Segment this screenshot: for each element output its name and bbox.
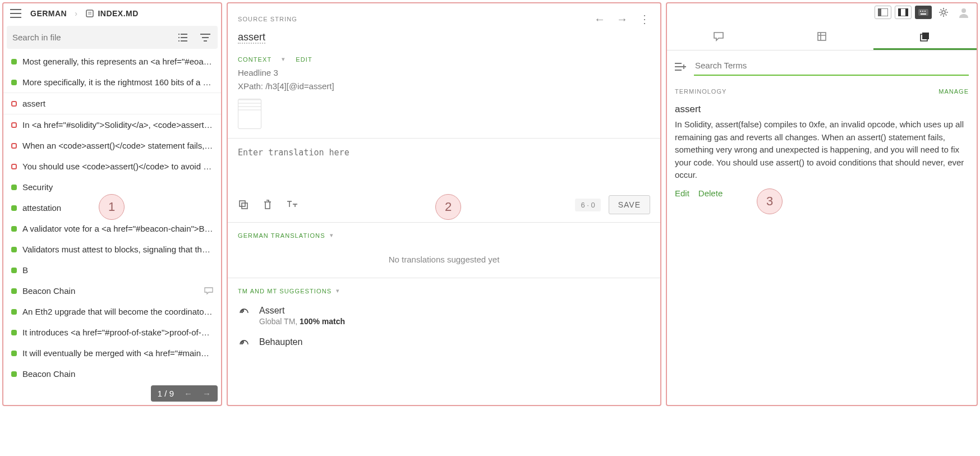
tab-comments[interactable] [667,25,770,50]
suggestion-item[interactable]: Behaupten [228,331,660,356]
list-item-text: Most generally, this represents an <a hr… [22,57,213,66]
breadcrumb-file[interactable]: INDEX.MD [85,9,138,18]
status-dot [11,59,17,65]
terminology-label: TERMINOLOGY [675,88,726,95]
term-description: In Solidity, assert(false) compiles to 0… [675,118,969,182]
save-button[interactable]: SAVE [609,195,650,214]
breadcrumb: GERMAN › INDEX.MD [3,3,221,26]
svg-rect-2 [242,203,247,209]
context-label[interactable]: CONTEXT [238,56,272,63]
svg-point-14 [961,8,966,13]
kebab-menu-icon[interactable]: ⋮ [639,12,650,26]
top-toolbar [667,3,977,21]
clear-icon[interactable] [263,199,273,210]
source-string-value: assert [228,29,660,51]
avatar-icon[interactable] [955,6,972,19]
file-icon [85,9,94,18]
list-item[interactable]: It introduces <a href="#proof-of-stake">… [3,322,221,343]
search-terms-input[interactable] [694,57,969,76]
copy-source-icon[interactable] [238,199,249,210]
list-item[interactable]: More specifically, it is the rightmost 1… [3,72,221,93]
status-dot [11,226,17,232]
svg-point-13 [942,11,945,14]
add-term-icon[interactable] [675,62,686,71]
list-item-text: A validator vote for a <a href="#beacon-… [22,224,213,233]
status-dot [11,288,17,294]
context-preview-thumb[interactable] [238,99,261,129]
translation-input[interactable] [228,139,660,189]
suggestions-section-header[interactable]: TM AND MT SUGGESTIONS▾ [228,278,660,300]
list-item[interactable]: An Eth2 upgrade that will become the coo… [3,301,221,322]
svg-rect-6 [898,8,901,16]
pager-prev[interactable]: ← [184,389,192,398]
context-headline: Headline 3 [238,66,650,80]
prev-string-icon[interactable]: ← [594,13,605,26]
chevron-down-icon: ▾ [330,232,334,239]
tab-terminology[interactable] [873,25,977,50]
list-item[interactable]: In <a href="#solidity">Solidity</a>, <co… [3,114,221,135]
list-icon[interactable] [176,31,190,44]
list-item-text: In <a href="#solidity">Solidity</a>, <co… [22,120,213,130]
status-dot [11,351,17,356]
list-item[interactable]: You should use <code>assert()</code> to … [3,156,221,177]
status-dot [11,185,17,190]
chevron-right-icon: › [75,9,77,18]
source-string-label: SOURCE STRING [238,16,297,22]
list-item-text: It will eventually be merged with <a hre… [22,348,213,358]
list-item[interactable]: assert [3,93,221,114]
svg-point-11 [924,11,926,12]
list-item[interactable]: It will eventually be merged with <a hre… [3,343,221,363]
list-item-text: When an <code>assert()</code> statement … [22,141,213,150]
context-collapse-icon[interactable]: ▾ [282,56,286,63]
layout-both-icon[interactable] [895,6,912,19]
tab-file[interactable] [770,25,873,50]
list-item-text: Beacon Chain [22,369,213,379]
list-item[interactable]: Validators must attest to blocks, signal… [3,239,221,260]
text-transform-icon[interactable] [286,199,298,210]
chevron-down-icon: ▾ [336,287,340,294]
list-item[interactable]: B [3,260,221,280]
pager-next[interactable]: → [203,389,211,398]
filter-icon[interactable] [199,31,212,44]
term-title: assert [675,104,969,115]
list-item-text: It introduces <a href="#proof-of-stake">… [22,328,213,337]
pager: 1 / 9 ← → [151,385,218,402]
list-item[interactable]: A validator vote for a <a href="#beacon-… [3,218,221,239]
gear-icon[interactable] [935,6,952,19]
status-dot [11,205,17,211]
term-edit-link[interactable]: Edit [675,188,689,198]
pager-position: 1 / 9 [158,389,174,398]
term-delete-link[interactable]: Delete [698,188,723,198]
svg-rect-0 [86,10,93,17]
status-dot [11,80,17,85]
context-xpath: XPath: /h3[4][@id=assert] [238,80,650,93]
list-item[interactable]: Beacon Chain [3,363,221,384]
search-input[interactable] [7,26,176,49]
context-edit-link[interactable]: EDIT [296,56,312,63]
breadcrumb-lang[interactable]: GERMAN [30,9,67,18]
annotation-badge-1: 1 [99,194,125,220]
hamburger-icon[interactable] [9,7,22,20]
status-dot [11,309,17,315]
string-list[interactable]: Most generally, this represents an <a hr… [3,51,221,405]
suggestion-text: Behaupten [259,337,302,347]
manage-link[interactable]: MANAGE [938,88,969,95]
list-item[interactable]: Beacon Chain [3,280,221,301]
list-item-text: Beacon Chain [22,286,199,296]
layout-side-icon[interactable] [875,6,891,19]
list-item[interactable]: Most generally, this represents an <a hr… [3,51,221,72]
status-dot [11,164,17,169]
status-dot [11,122,17,128]
keyboard-icon[interactable] [915,6,932,19]
list-item[interactable]: When an <code>assert()</code> statement … [3,135,221,156]
side-tabs [667,25,977,50]
tm-icon [238,307,250,319]
translations-section-header[interactable]: GERMAN TRANSLATIONS▾ [228,223,660,245]
next-string-icon[interactable]: → [616,13,628,26]
suggestion-item[interactable]: AssertGlobal TM, 100% match [228,300,660,331]
list-item-text: Security [22,182,213,192]
list-item-text: More specifically, it is the rightmost 1… [22,77,213,87]
svg-rect-4 [878,8,881,16]
svg-rect-1 [240,201,245,206]
suggestion-meta: Global TM, 100% match [259,317,345,326]
